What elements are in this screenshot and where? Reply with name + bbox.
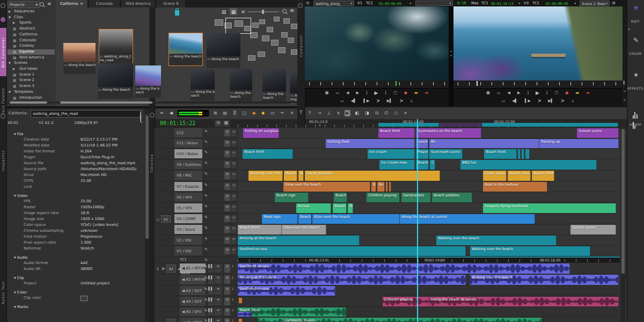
track-name-A3[interactable]: ◀ A3 / SOT (180, 286, 206, 295)
track-meter-icon-A1[interactable]: ▍▍ (208, 264, 214, 273)
edit-mode-icon[interactable]: ✳ (631, 4, 641, 13)
side-strip-icon[interactable]: ✂ (623, 89, 627, 94)
master-timecode[interactable]: 00:01:16:13▾ (489, 1, 522, 6)
transport-button[interactable]: ▶ (517, 91, 520, 95)
timeline-clip[interactable]: Beach (284, 171, 297, 181)
track-name-V4[interactable]: V4 / COMP (174, 214, 202, 223)
pencil-icon-V10[interactable]: ✎ (204, 150, 209, 156)
patch-A1-1[interactable]: M (161, 265, 165, 273)
toolbar-button-7[interactable]: ◆ (251, 110, 257, 116)
timeline-clip[interactable] (522, 149, 524, 159)
toolbar-button-14[interactable]: → (317, 110, 323, 116)
timeline-clip[interactable]: Running over the sand (248, 171, 283, 181)
section-header-file[interactable]: ▾ File (6, 129, 145, 137)
timeline-clip[interactable]: Ice cream man (379, 160, 415, 170)
timeline-clip[interactable]: Arriving at the beach (238, 275, 466, 285)
timeline-clip[interactable]: Packing up (539, 139, 619, 148)
tree-item-out-takes[interactable]: Out-takes (19, 67, 55, 72)
toolbar-button-16[interactable]: ∨ (335, 110, 341, 116)
tree-item-introduction[interactable]: Introduction (19, 96, 55, 101)
transport-button[interactable]: ]▾ (538, 99, 541, 103)
track-monitor-icon-V1[interactable]: ⊙ (224, 247, 230, 254)
track-lock-icon-V6[interactable]: ▭ (231, 194, 236, 201)
timeline-clip[interactable]: Glow over the beach (283, 182, 370, 192)
workspace-icon[interactable] (1, 17, 5, 22)
timeline-clip[interactable] (518, 149, 521, 159)
tree-item-sequences[interactable]: Sequences (14, 9, 49, 14)
track-lock-icon-V12[interactable]: ▭ (231, 129, 236, 136)
timeline-clip[interactable]: Gymnastics on the beach (416, 128, 481, 138)
transport-button[interactable]: ]▾ (399, 99, 402, 103)
track-lock-icon-V4[interactable]: ▭ (231, 215, 236, 222)
timeline-clip[interactable]: Boat in the harbour (483, 182, 547, 192)
track-monitor-icon-V9[interactable]: ⊙ (224, 161, 230, 168)
color-mode-icon[interactable]: ✎ (631, 36, 641, 45)
track-monitor-icon-A3[interactable]: ⊙ (224, 287, 230, 295)
record-timecode[interactable]: 01:00:00:00▾ (544, 1, 577, 6)
timeline-clip[interactable]: Walking over the beach (470, 246, 590, 256)
transport-button[interactable]: ▍▶ (525, 99, 531, 103)
project-search-icon[interactable] (40, 2, 44, 6)
timeline-clip[interactable]: Beach sign (275, 193, 309, 202)
bin-clip-card[interactable]: ▭ Along the beach (230, 69, 252, 102)
section-header-color[interactable]: ▾ Color (6, 287, 145, 296)
rail-tab-timeline[interactable]: Timeline (149, 144, 155, 182)
toolbar-button-11[interactable]: × (289, 110, 295, 116)
pencil-icon-V6[interactable]: ✎ (204, 194, 209, 200)
timeline-clip[interactable]: Crash wave (483, 171, 507, 181)
track-lock-icon-V10[interactable]: ▭ (231, 150, 236, 157)
track-automation-icon-A6[interactable]: ≈ (215, 318, 222, 322)
minimap-viewport[interactable] (225, 18, 251, 34)
toolbar-button-21[interactable]: ∅ (383, 110, 389, 116)
composer-rail-icon[interactable] (298, 3, 303, 8)
transport-button[interactable]: ▭ (502, 99, 506, 103)
timeline-clip[interactable] (525, 149, 530, 159)
timeline-clip[interactable]: C (430, 160, 435, 170)
bin-clip-card[interactable]: ▭ Along the beach (191, 70, 215, 101)
track-name-V9[interactable]: V9 / Subtitles (174, 160, 202, 169)
toolbar-button-18[interactable]: ◧ (354, 110, 361, 116)
timeline-clip[interactable]: Along the beach at sunset (429, 297, 619, 306)
side-strip-icon[interactable]: ▍ (623, 80, 627, 86)
timeline-clip[interactable]: Beach front (243, 149, 293, 159)
pencil-icon-V3[interactable]: ✎ (204, 226, 209, 232)
transport-button[interactable]: □ (393, 91, 397, 95)
tree-arrow-icon[interactable]: ▼ (9, 90, 12, 94)
inspector-clip-name-input[interactable] (31, 110, 141, 118)
track-meter-icon-A4[interactable]: ▍▍ (208, 297, 214, 305)
transport-button[interactable]: ▭ (335, 91, 339, 95)
tree-arrow-icon[interactable]: ▶ (9, 10, 12, 14)
toolbar-button-10[interactable]: ✂ (280, 110, 286, 116)
timeline-clip[interactable]: Walking over the beach (470, 275, 619, 285)
scrub-position-marker[interactable] (477, 81, 478, 86)
sequence-select[interactable]: Scene 2: Beac▾ (580, 1, 610, 6)
timeline-clip[interactable] (439, 123, 482, 127)
pencil-icon-V12[interactable]: ✎ (204, 129, 209, 135)
toolbar-button-13[interactable]: ↑ (307, 110, 313, 116)
timeline-clip[interactable]: Beach (333, 203, 347, 213)
patch-A1-2[interactable]: A1 (166, 265, 176, 273)
inspector-search-icon[interactable] (140, 111, 141, 122)
timeline-clip[interactable]: Seagulls flying overhead (483, 203, 616, 213)
transport-button[interactable]: [ (385, 91, 386, 95)
timeline-clip[interactable]: Children playing (383, 297, 429, 306)
record-menu-icon[interactable]: ⊞ (612, 1, 618, 6)
track-automation-icon-A3[interactable]: ≈ (215, 287, 222, 295)
track-monitor-icon-V8[interactable]: ⊙ (224, 172, 230, 179)
track-name-V5[interactable]: V5 / VFX (174, 203, 202, 213)
timeline-track-row-TC1[interactable]: 00:01:13:000:01:14:0000:01:15:00 (238, 257, 620, 263)
timeline-clip[interactable]: Be (298, 171, 304, 181)
toolbar-button-12[interactable]: T (298, 110, 303, 116)
track-monitor-icon-V5[interactable]: ⊙ (224, 204, 230, 211)
transport-button[interactable]: ▶▍ (387, 99, 393, 103)
transport-button[interactable]: ▦ (486, 91, 490, 95)
patch-A6-0[interactable]: S (156, 319, 160, 322)
timecode-view-button[interactable]: ⊟ (215, 120, 222, 127)
track-meter-icon-A2[interactable]: ▍▍ (208, 275, 214, 284)
timecode-view-button[interactable]: ▦ (223, 120, 230, 127)
patch-A6-1[interactable]: M (161, 319, 165, 322)
pencil-icon-V5[interactable]: ✎ (204, 204, 209, 210)
track-name-V3[interactable]: V3 / Stock (174, 225, 202, 234)
patch-A1-0[interactable]: S (156, 265, 160, 273)
track-monitor-icon-V3[interactable]: ⊙ (224, 226, 230, 233)
